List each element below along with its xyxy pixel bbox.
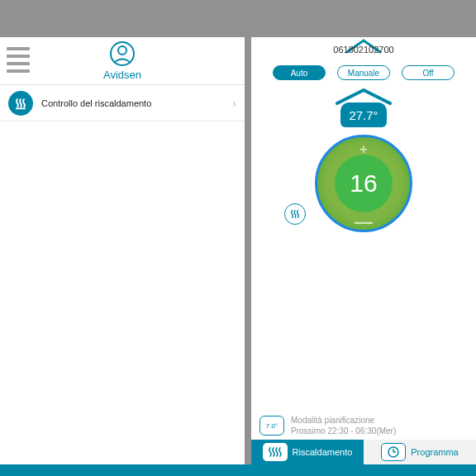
left-panel: Avidsen Controllo del riscaldamento ›	[0, 37, 245, 464]
svg-point-1	[118, 46, 126, 55]
temperature-dial[interactable]: + 16 —	[314, 134, 413, 233]
current-temp-value: 27.7°	[340, 102, 387, 127]
schedule-text: Modalità pianificazione Prossimo 22:30 -…	[291, 415, 396, 436]
schedule-mode-label: Modalità pianificazione	[291, 415, 396, 426]
tab-program[interactable]: Programma	[364, 440, 476, 464]
tab-program-label: Programma	[411, 447, 458, 457]
setpoint-value: 16	[335, 155, 393, 212]
schedule-info[interactable]: 7.0° Modalità pianificazione Prossimo 22…	[251, 412, 476, 440]
program-tab-icon	[381, 443, 406, 461]
menu-icon[interactable]	[7, 47, 30, 73]
schedule-next-label: Prossimo 22:30 - 06:30(Mer)	[291, 426, 396, 436]
bottom-tabs: Riscaldamento Programma	[251, 440, 476, 464]
mode-selector: Auto Manuale Off	[251, 62, 476, 83]
mode-auto-button[interactable]: Auto	[273, 65, 326, 80]
right-panel: 061802102700 Auto Manuale Off 27.7° + 16…	[251, 37, 476, 464]
user-icon	[109, 40, 136, 67]
mode-manual-button[interactable]: Manuale	[337, 65, 390, 80]
device-id-label: 061802102700	[333, 45, 393, 55]
device-header: 061802102700	[251, 37, 476, 62]
mode-off-button[interactable]: Off	[402, 65, 455, 80]
tab-heating-label: Riscaldamento	[293, 447, 353, 457]
heating-icon	[8, 91, 33, 116]
left-header: Avidsen	[0, 37, 245, 85]
heating-status-icon[interactable]	[284, 203, 306, 225]
user-profile[interactable]: Avidsen	[0, 40, 245, 81]
user-name-label: Avidsen	[103, 69, 141, 81]
tab-heating[interactable]: Riscaldamento	[251, 440, 364, 464]
heating-control-item[interactable]: Controllo del riscaldamento ›	[0, 85, 245, 121]
current-temp-display: 27.7°	[331, 88, 397, 127]
chevron-right-icon: ›	[232, 97, 236, 110]
decrease-temp-button[interactable]: —	[355, 218, 373, 226]
heating-tab-icon	[263, 443, 288, 461]
schedule-temp-icon: 7.0°	[259, 416, 284, 436]
heating-control-label: Controllo del riscaldamento	[41, 98, 232, 108]
